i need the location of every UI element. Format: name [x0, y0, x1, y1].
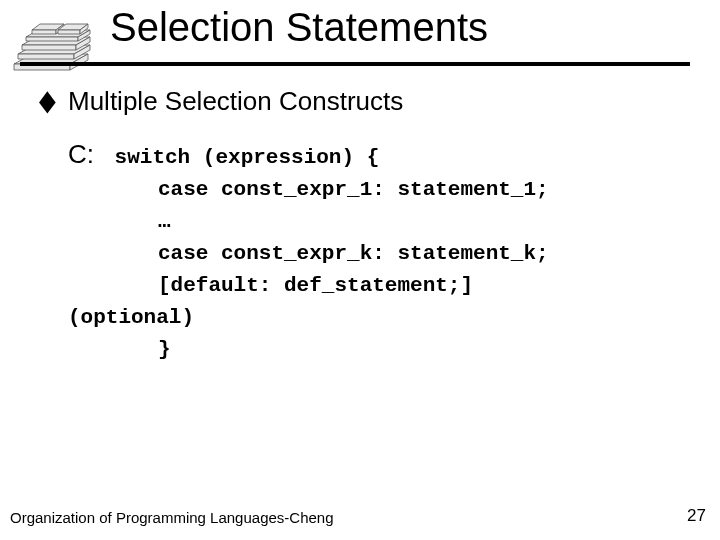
code-line-3: … [68, 206, 680, 238]
language-label: C: [68, 139, 94, 169]
slide-title: Selection Statements [110, 5, 488, 50]
bullet-marker: ◆ [39, 78, 56, 123]
svg-marker-16 [58, 30, 80, 34]
slide-content: ◆ Multiple Selection Constructs C: switc… [40, 86, 680, 366]
svg-marker-10 [26, 37, 78, 41]
title-underline [20, 62, 690, 66]
code-line-2: case const_expr_1: statement_1; [68, 174, 680, 206]
code-line-7: } [68, 334, 680, 366]
code-line-1: switch (expression) { [115, 146, 380, 169]
code-line-4: case const_expr_k: statement_k; [68, 238, 680, 270]
footer-text: Organization of Programming Languages-Ch… [10, 509, 334, 526]
bullet-text: Multiple Selection Constructs [68, 86, 403, 116]
svg-marker-4 [18, 54, 74, 59]
svg-marker-13 [32, 30, 56, 34]
code-block: C: switch (expression) { case const_expr… [68, 138, 680, 366]
code-line-6: (optional) [68, 302, 680, 334]
code-line-5: [default: def_statement;] [68, 270, 680, 302]
page-number: 27 [687, 506, 706, 526]
stacked-books-icon [8, 14, 96, 78]
svg-marker-7 [22, 45, 76, 50]
